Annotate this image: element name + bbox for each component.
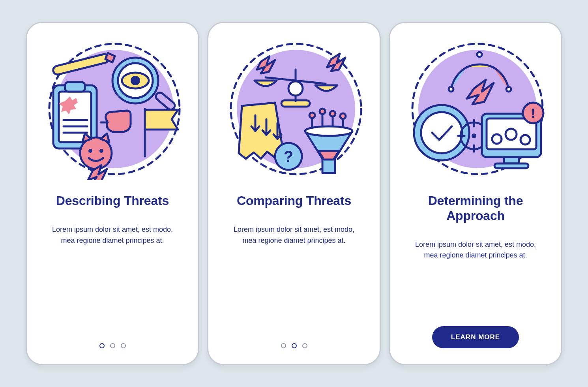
page-dot-1[interactable] — [281, 343, 286, 348]
page-dots — [99, 343, 126, 348]
card-body: Lorem ipsum dolor sit amet, est modo, me… — [408, 239, 543, 261]
question-badge-icon: ? — [275, 143, 302, 170]
svg-text:?: ? — [284, 148, 293, 165]
svg-point-17 — [99, 149, 103, 153]
card-footer: LEARN MORE — [390, 326, 561, 348]
svg-point-30 — [330, 111, 335, 116]
card-body: Lorem ipsum dolor sit amet, est modo, me… — [45, 224, 180, 246]
page-dots — [281, 343, 307, 348]
svg-point-37 — [506, 87, 511, 92]
svg-text:!: ! — [531, 105, 535, 120]
svg-point-39 — [421, 112, 462, 153]
alert-badge-icon: ! — [523, 103, 543, 123]
onboarding-card-2: .st{stroke:#1f2a8a;stroke-width:5;stroke… — [207, 22, 381, 365]
svg-rect-49 — [494, 163, 528, 168]
svg-point-35 — [477, 52, 482, 57]
page-dot-3[interactable] — [302, 343, 307, 348]
card-title: Describing Threats — [56, 194, 169, 209]
card-body: Lorem ipsum dolor sit amet, est modo, me… — [227, 224, 361, 246]
onboarding-card-1: .st{stroke:#1f2a8a;stroke-width:5;stroke… — [26, 22, 199, 365]
page-dot-2[interactable] — [110, 343, 115, 348]
card-footer — [208, 343, 380, 348]
determining-approach-illustration: .st{stroke:#1f2a8a;stroke-width:5;stroke… — [404, 38, 547, 180]
svg-point-26 — [309, 113, 315, 118]
page-dot-3[interactable] — [121, 343, 126, 348]
onboarding-card-3: .st{stroke:#1f2a8a;stroke-width:5;stroke… — [389, 22, 562, 365]
page-dot-2[interactable] — [292, 343, 297, 348]
learn-more-button[interactable]: LEARN MORE — [432, 326, 519, 348]
devil-icon — [80, 133, 112, 180]
card-title: Comparing Threats — [237, 194, 351, 209]
svg-point-36 — [449, 87, 453, 92]
svg-point-16 — [88, 149, 92, 153]
svg-rect-3 — [65, 82, 85, 92]
svg-point-32 — [340, 113, 346, 119]
comparing-threats-illustration: .st{stroke:#1f2a8a;stroke-width:5;stroke… — [223, 38, 365, 180]
svg-point-28 — [320, 109, 325, 114]
svg-point-11 — [131, 76, 140, 85]
svg-point-21 — [288, 81, 303, 96]
card-title: Determining the Approach — [404, 194, 547, 224]
describing-threats-illustration: .st{stroke:#1f2a8a;stroke-width:5;stroke… — [41, 38, 184, 180]
page-dot-1[interactable] — [99, 343, 105, 348]
svg-point-41 — [472, 133, 476, 138]
svg-point-33 — [305, 126, 352, 136]
card-footer — [27, 343, 198, 348]
